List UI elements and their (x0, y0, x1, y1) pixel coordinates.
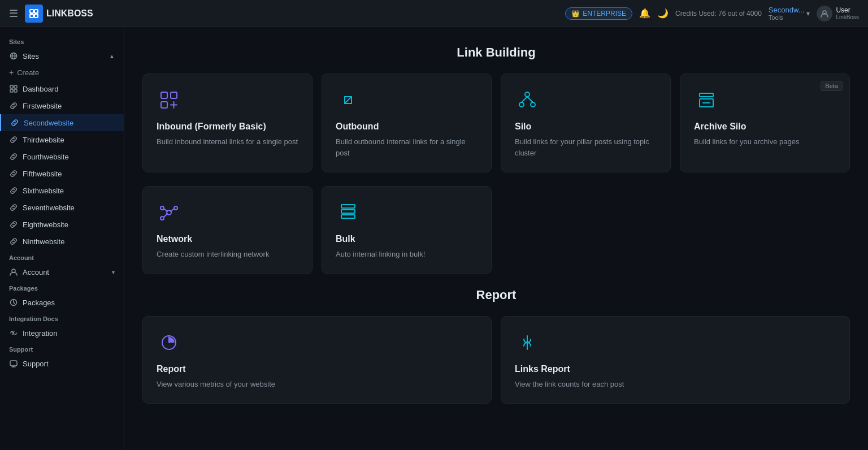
inbound-desc: Build inbound internal links for a singl… (157, 136, 298, 148)
packages-label: Packages (23, 298, 115, 307)
link-building-title: Link Building (142, 45, 850, 60)
outbound-title: Outbound (336, 122, 478, 132)
svg-rect-10 (14, 89, 17, 92)
svg-rect-32 (341, 205, 355, 208)
sidebar-item-support[interactable]: Support (0, 355, 124, 372)
sidebar-item-ninthwebsite[interactable]: Ninthwebsite (0, 233, 124, 250)
card-links-report[interactable]: Links Report View the link counts for ea… (501, 316, 850, 404)
main-content: Link Building Inbound (Formerly Basic) B… (124, 27, 868, 450)
svg-rect-9 (10, 89, 13, 92)
beta-badge: Beta (821, 81, 843, 91)
account-chevron-icon: ▾ (112, 269, 115, 275)
inbound-icon (157, 88, 181, 112)
packages-section-label: Packages (0, 280, 124, 294)
sidebar-item-dashboard[interactable]: Dashboard (0, 80, 124, 97)
svg-line-20 (522, 97, 527, 102)
sidebar-item-fourthwebsite[interactable]: Fourthwebsite (0, 148, 124, 165)
create-label: Create (17, 68, 39, 77)
support-label: Support (23, 360, 115, 368)
svg-rect-0 (30, 10, 33, 13)
card-network[interactable]: Network Create custom interlinking netwo… (142, 186, 313, 274)
archive-silo-desc: Build links for you archive pages (694, 136, 836, 148)
report-title: Report (142, 288, 850, 302)
svg-rect-16 (161, 102, 167, 108)
sidebar-item-firstwebsite[interactable]: Firstwebsite (0, 97, 124, 114)
sidebar-item-integration[interactable]: Integration (0, 324, 124, 341)
link-icon-6 (9, 186, 18, 195)
enterprise-badge: 👑 ENTERPRISE (565, 7, 632, 20)
top-header: ☰ LINKBOSS 👑 ENTERPRISE 🔔 🌙 Credits Used… (0, 0, 868, 27)
svg-rect-3 (34, 14, 38, 18)
svg-point-19 (531, 102, 535, 107)
support-section-label: Support (0, 341, 124, 355)
user-area: User LinkBoss (817, 6, 859, 21)
integration-icon (9, 328, 18, 337)
link-building-cards-row2: Network Create custom interlinking netwo… (142, 186, 850, 274)
enterprise-label: ENTERPRISE (583, 10, 626, 18)
chevron-down-icon: ▾ (806, 10, 810, 18)
bulk-icon (336, 200, 361, 225)
sites-label: Sites (23, 52, 105, 60)
report-card-desc: View various metrics of your website (157, 379, 478, 390)
sidebar-item-account[interactable]: Account ▾ (0, 263, 124, 280)
card-outbound[interactable]: Outbound Build outbound internal links f… (322, 73, 492, 172)
outbound-desc: Build outbound internal links for a sing… (336, 136, 478, 158)
svg-rect-1 (34, 10, 38, 13)
svg-line-29 (164, 209, 167, 211)
link-icon-3 (9, 135, 18, 144)
network-icon (157, 200, 181, 225)
account-label: Account (23, 268, 107, 276)
card-bulk[interactable]: Bulk Auto internal linking in bulk! (322, 186, 492, 274)
sidebar-item-sites[interactable]: Sites ▲ (0, 47, 124, 64)
bell-icon[interactable]: 🔔 (639, 8, 650, 19)
silo-title: Silo (515, 122, 657, 132)
sidebar-item-seventhwebsite[interactable]: Seventhwebsite (0, 199, 124, 216)
card-silo[interactable]: Silo Build links for your pillar posts u… (501, 73, 671, 172)
links-report-title: Links Report (515, 364, 836, 374)
seventhwebsite-label: Seventhwebsite (23, 204, 115, 212)
sidebar-item-thirdwebsite[interactable]: Thirdwebsite (0, 131, 124, 148)
link-icon-4 (9, 152, 18, 161)
sidebar-item-packages[interactable]: Packages (0, 294, 124, 311)
sidebar-item-sixthwebsite[interactable]: Sixthwebsite (0, 182, 124, 199)
sixthwebsite-label: Sixthwebsite (23, 187, 115, 195)
logo-icon (25, 5, 43, 23)
bulk-title: Bulk (336, 234, 478, 244)
site-selector-sub: Tools (769, 14, 805, 21)
sidebar-item-fifthwebsite[interactable]: Fifthwebsite (0, 165, 124, 182)
svg-point-18 (519, 102, 524, 107)
integration-section-label: Integration Docs (0, 311, 124, 324)
svg-rect-15 (171, 92, 177, 98)
sites-section-label: Sites (0, 34, 124, 47)
app-body: Sites Sites ▲ + Create (0, 27, 868, 450)
eighthwebsite-label: Eighthwebsite (23, 220, 115, 229)
avatar (817, 6, 832, 21)
svg-rect-13 (10, 361, 17, 366)
fifthwebsite-label: Fifthwebsite (23, 170, 115, 178)
card-archive-silo[interactable]: Beta Archive Silo Build links for you ar… (680, 73, 850, 172)
account-icon (9, 267, 18, 276)
site-selector[interactable]: Secondw... Tools ▾ (769, 6, 810, 21)
svg-point-27 (174, 206, 177, 210)
card-inbound[interactable]: Inbound (Formerly Basic) Build inbound i… (142, 73, 313, 172)
sidebar-item-eighthwebsite[interactable]: Eighthwebsite (0, 216, 124, 233)
svg-point-11 (12, 269, 15, 272)
silo-icon (515, 88, 540, 112)
svg-rect-8 (14, 85, 17, 88)
moon-icon[interactable]: 🌙 (657, 8, 669, 19)
outbound-icon (336, 88, 361, 112)
svg-rect-2 (30, 14, 33, 18)
crown-icon: 👑 (571, 10, 580, 18)
link-icon-9 (9, 237, 18, 246)
hamburger-icon[interactable]: ☰ (9, 7, 18, 20)
sidebar-item-secondwebsite[interactable]: Secondwebsite (0, 114, 124, 131)
credits-info: Credits Used: 76 out of 4000 (675, 10, 762, 18)
packages-icon (9, 298, 18, 307)
svg-rect-7 (10, 85, 13, 88)
archive-silo-title: Archive Silo (694, 122, 836, 132)
network-title: Network (157, 234, 298, 244)
sidebar-create[interactable]: + Create (0, 64, 124, 80)
inbound-title: Inbound (Formerly Basic) (157, 122, 298, 132)
card-report[interactable]: Report View various metrics of your webs… (142, 316, 492, 404)
svg-point-17 (525, 92, 530, 97)
